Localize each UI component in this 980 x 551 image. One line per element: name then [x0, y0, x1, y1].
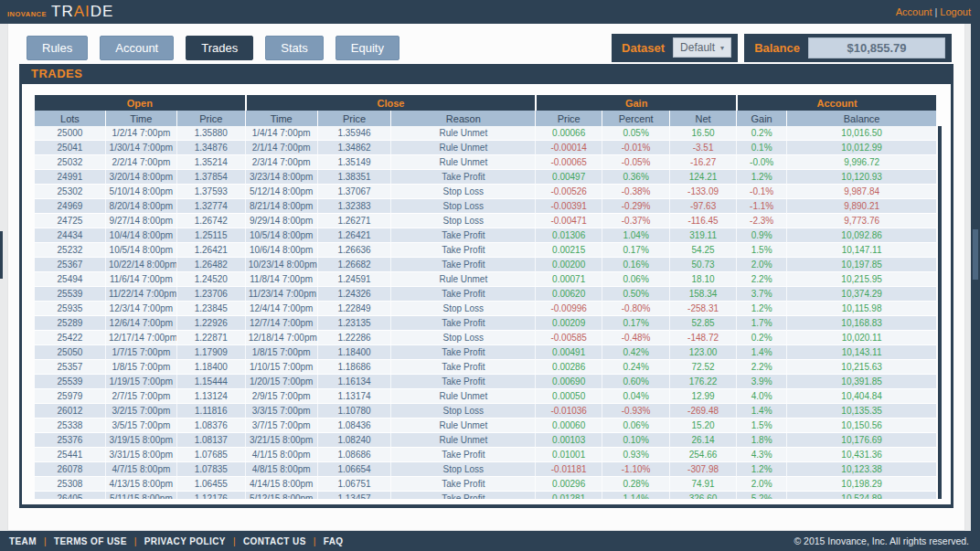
tab-trades[interactable]: Trades: [186, 36, 253, 60]
brand-ai: AI: [74, 3, 91, 20]
cell-reason: Take Profit: [390, 228, 535, 243]
cell-close-price: 1.18686: [317, 360, 391, 375]
cell-account-gain: -0.1%: [736, 185, 786, 199]
col-header-lots: Lots: [35, 111, 105, 126]
cell-close-time: 11/23/14 7:00pm: [245, 287, 317, 302]
content-card: Rules Account Trades Stats Equity Datase…: [7, 24, 965, 531]
trades-rows-viewport[interactable]: 250001/2/14 7:00pm1.358801/4/14 7:00pm1.…: [35, 126, 936, 499]
cell-close-price: 1.06654: [317, 462, 391, 477]
cell-account-gain: 2.0%: [736, 258, 786, 272]
cell-gain-price: 0.01281: [535, 492, 602, 499]
cell-account-gain: 2.2%: [736, 272, 786, 287]
cell-open-price: 1.22926: [176, 316, 245, 331]
trades-table-area: Open Close Gain Account Lots Time Price …: [22, 84, 951, 499]
cell-reason: Stop Loss: [390, 185, 535, 199]
cell-reason: Stop Loss: [390, 404, 535, 419]
cell-gain-percent: -0.05%: [602, 155, 669, 170]
cell-open-price: 1.35214: [176, 155, 245, 170]
cell-lots: 26405: [35, 492, 105, 499]
cell-gain-net: 72.52: [669, 360, 736, 375]
account-link[interactable]: Account: [896, 6, 932, 17]
cell-gain-net: 326.60: [669, 492, 736, 499]
brand-logo: INOVANCE TRAIDE: [7, 3, 113, 21]
tab-equity[interactable]: Equity: [336, 36, 399, 60]
cell-account-balance: 10,524.89: [786, 492, 936, 499]
cell-close-time: 12/18/14 7:00pm: [245, 331, 317, 345]
page-scrollbar-track: [971, 24, 980, 531]
cell-reason: Rule Unmet: [390, 141, 535, 155]
cell-gain-price: 0.00071: [535, 272, 602, 287]
cell-gain-net: -97.63: [669, 199, 736, 214]
cell-account-gain: 4.0%: [736, 389, 786, 404]
cell-close-price: 1.10780: [317, 404, 391, 419]
cell-close-time: 3/23/14 8:00pm: [245, 170, 317, 185]
table-row: 2549411/6/14 7:00pm1.2452011/8/14 7:00pm…: [35, 272, 936, 287]
cell-lots: 25041: [35, 141, 105, 155]
footer-link-contact-us[interactable]: CONTACT US: [243, 536, 306, 546]
cell-gain-net: -16.27: [669, 155, 736, 170]
cell-close-time: 1/8/15 7:00pm: [245, 345, 317, 360]
cell-close-time: 12/7/14 7:00pm: [245, 316, 317, 331]
cell-account-gain: 0.2%: [736, 331, 786, 345]
cell-reason: Stop Loss: [390, 214, 535, 228]
cell-gain-percent: -1.10%: [602, 462, 669, 477]
tab-rules[interactable]: Rules: [27, 36, 88, 60]
table-row: 2528912/6/14 7:00pm1.2292612/7/14 7:00pm…: [35, 316, 936, 331]
cell-gain-price: 0.00296: [535, 477, 602, 492]
cell-reason: Take Profit: [390, 243, 535, 258]
cell-gain-percent: 0.36%: [602, 170, 669, 185]
cell-gain-percent: 0.06%: [602, 419, 669, 433]
page-scrollbar-thumb[interactable]: [973, 229, 978, 280]
footer-link-team[interactable]: TEAM: [9, 536, 37, 546]
cell-account-balance: 10,168.83: [786, 316, 936, 331]
cell-reason: Take Profit: [390, 316, 535, 331]
footer-link-separator: |: [44, 536, 47, 546]
cell-account-gain: 1.4%: [736, 345, 786, 360]
cell-gain-price: 0.00620: [535, 287, 602, 302]
col-header-account-gain: Gain: [736, 111, 786, 126]
cell-gain-net: 74.91: [669, 477, 736, 492]
cell-gain-percent: 0.05%: [602, 126, 669, 141]
tab-stats[interactable]: Stats: [265, 36, 324, 60]
cell-gain-percent: 0.10%: [602, 433, 669, 448]
toolbar-right-controls: Dataset Default ▾ Balance $10,855.79: [612, 34, 952, 62]
cell-account-gain: 0.2%: [736, 126, 786, 141]
cell-account-gain: 1.5%: [736, 419, 786, 433]
logout-link[interactable]: Logout: [940, 6, 971, 17]
cell-gain-price: 0.01306: [535, 228, 602, 243]
col-header-reason: Reason: [390, 111, 535, 126]
group-header-open: Open: [35, 95, 245, 111]
cell-account-balance: 10,092.86: [786, 228, 936, 243]
dataset-select[interactable]: Default ▾: [673, 37, 731, 58]
table-row: 259792/7/15 7:00pm1.131242/9/15 7:00pm1.…: [35, 389, 936, 404]
footer-link-privacy-policy[interactable]: PRIVACY POLICY: [144, 536, 226, 546]
cell-open-price: 1.25115: [176, 228, 245, 243]
footer-link-faq[interactable]: FAQ: [324, 536, 344, 546]
cell-lots: 26012: [35, 404, 105, 419]
cell-open-price: 1.06455: [176, 477, 245, 492]
tab-account[interactable]: Account: [100, 36, 174, 60]
table-scrollbar[interactable]: [938, 126, 942, 499]
cell-account-balance: 10,404.84: [786, 389, 936, 404]
col-header-gain-price: Price: [535, 111, 602, 126]
cell-open-time: 1/8/15 7:00pm: [105, 360, 176, 375]
cell-lots: 26078: [35, 462, 105, 477]
copyright-text: © 2015 Inovance, Inc. All rights reserve…: [794, 535, 969, 546]
cell-open-time: 10/5/14 8:00pm: [105, 243, 176, 258]
footer-link-terms-of-use[interactable]: TERMS OF USE: [54, 536, 127, 546]
table-row: 2536710/22/14 8:00pm1.2648210/23/14 8:00…: [35, 258, 936, 272]
cell-reason: Rule Unmet: [390, 126, 535, 141]
cell-gain-percent: 1.14%: [602, 492, 669, 499]
cell-lots: 24991: [35, 170, 105, 185]
table-row: 253383/5/15 7:00pm1.083763/7/15 7:00pm1.…: [35, 419, 936, 433]
cell-open-price: 1.08376: [176, 419, 245, 433]
cell-close-price: 1.32383: [317, 199, 391, 214]
brand-prefix: INOVANCE: [7, 10, 47, 18]
cell-close-time: 2/9/15 7:00pm: [245, 389, 317, 404]
cell-gain-net: 15.20: [669, 419, 736, 433]
cell-gain-price: 0.00690: [535, 375, 602, 389]
table-row: 253025/10/14 8:00pm1.375935/12/14 8:00pm…: [35, 185, 936, 199]
cell-reason: Rule Unmet: [390, 389, 535, 404]
cell-lots: 25289: [35, 316, 105, 331]
cell-close-price: 1.23135: [317, 316, 391, 331]
